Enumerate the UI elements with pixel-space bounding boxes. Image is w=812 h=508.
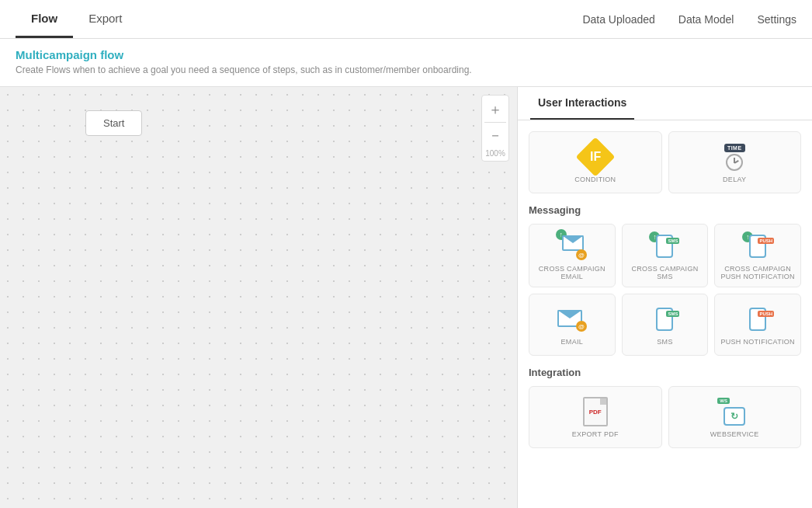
- webservice-icon: WS ↻: [717, 398, 751, 426]
- page-title: Multicampaign flow: [16, 48, 796, 61]
- sms-icon: SMS: [647, 305, 682, 333]
- cc-email-at-badge: @: [576, 249, 587, 260]
- zoom-in-icon: ＋: [488, 103, 502, 117]
- header: Flow Export Data Uploaded Data Model Set…: [0, 0, 812, 39]
- cross-campaign-email-card[interactable]: ↑ @ CROSS CAMPAIGN EMAIL: [529, 224, 616, 287]
- delay-card[interactable]: TIME DELAY: [668, 131, 802, 193]
- tab-user-interactions[interactable]: User Interactions: [530, 87, 634, 120]
- messaging-grid: ↑ @ CROSS CAMPAIGN EMAIL ↑: [529, 224, 801, 356]
- nav-data-model[interactable]: Data Model: [678, 13, 734, 26]
- tab-export[interactable]: Export: [73, 0, 137, 38]
- cross-campaign-push-card[interactable]: ↑ PUSH CROSS CAMPAIGN PUSH NOTIFICATION: [714, 224, 801, 287]
- messaging-section-label: Messaging: [529, 204, 801, 216]
- zoom-out-button[interactable]: －: [484, 124, 506, 146]
- export-pdf-icon: PDF: [578, 398, 612, 426]
- condition-card[interactable]: IF CONDITION: [529, 131, 662, 193]
- panel-content: IF CONDITION TIME DELAY: [518, 120, 812, 470]
- email-label: EMAIL: [561, 338, 584, 346]
- delay-icon: TIME: [717, 143, 751, 171]
- export-pdf-card[interactable]: PDF EXPORT PDF: [529, 386, 662, 448]
- integration-grid: PDF EXPORT PDF WS ↻: [529, 386, 801, 448]
- sms-card[interactable]: SMS SMS: [622, 294, 709, 356]
- email-icon: @: [555, 305, 589, 333]
- main-layout: Start ＋ － 100% User Interactions: [0, 87, 812, 508]
- page-description: Create Flows when to achieve a goal you …: [16, 64, 796, 75]
- zoom-out-icon: －: [488, 128, 502, 142]
- push-notification-icon: PUSH: [741, 305, 775, 333]
- zoom-level-label: 100%: [485, 149, 505, 158]
- integration-section-label: Integration: [529, 367, 801, 378]
- webservice-label: WEBSERVICE: [710, 430, 759, 438]
- condition-label: CONDITION: [574, 176, 616, 183]
- cross-campaign-email-icon: ↑ @: [555, 232, 589, 260]
- cross-campaign-push-icon: ↑ PUSH: [741, 232, 775, 260]
- nav-settings[interactable]: Settings: [757, 13, 796, 26]
- zoom-controls: ＋ － 100%: [481, 95, 509, 162]
- user-interactions-grid: IF CONDITION TIME DELAY: [529, 131, 801, 193]
- subheader: Multicampaign flow Create Flows when to …: [0, 39, 812, 87]
- push-notification-label: PUSH NOTIFICATION: [720, 338, 794, 346]
- flow-canvas[interactable]: Start ＋ － 100%: [0, 87, 517, 508]
- start-button[interactable]: Start: [85, 110, 142, 136]
- header-nav: Data Uploaded Data Model Settings: [582, 13, 796, 26]
- nav-data-uploaded[interactable]: Data Uploaded: [582, 13, 654, 26]
- cross-campaign-email-label: CROSS CAMPAIGN EMAIL: [534, 265, 610, 280]
- cross-campaign-sms-label: CROSS CAMPAIGN SMS: [627, 265, 703, 280]
- panel-tabs: User Interactions: [518, 87, 812, 120]
- condition-icon: IF: [578, 143, 612, 171]
- cross-campaign-sms-icon: ↑ SMS: [647, 232, 682, 260]
- webservice-card[interactable]: WS ↻ WEBSERVICE: [668, 386, 802, 448]
- zoom-in-button[interactable]: ＋: [484, 99, 506, 120]
- cross-campaign-push-label: CROSS CAMPAIGN PUSH NOTIFICATION: [720, 265, 796, 280]
- clock-icon: [726, 154, 743, 171]
- tab-flow[interactable]: Flow: [16, 0, 73, 38]
- push-notification-card[interactable]: PUSH PUSH NOTIFICATION: [714, 294, 801, 356]
- sms-label: SMS: [657, 338, 672, 346]
- export-pdf-label: EXPORT PDF: [572, 430, 619, 438]
- zoom-divider: [484, 122, 505, 123]
- header-tabs: Flow Export: [16, 0, 138, 38]
- email-card[interactable]: @ EMAIL: [529, 294, 616, 356]
- cross-campaign-sms-card[interactable]: ↑ SMS CROSS CAMPAIGN SMS: [622, 224, 709, 287]
- delay-label: DELAY: [723, 176, 746, 183]
- right-panel: User Interactions IF CONDITION: [517, 87, 812, 508]
